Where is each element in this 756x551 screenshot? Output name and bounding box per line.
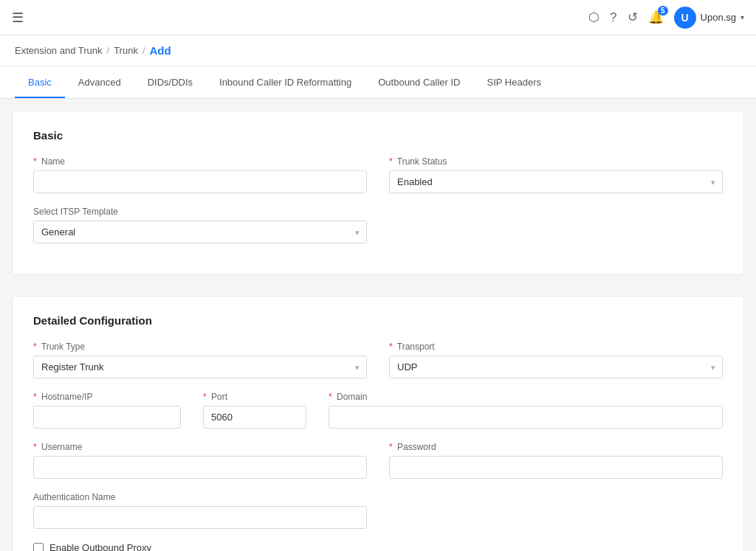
user-name: Upon.sg [701, 12, 736, 23]
breadcrumb-sep-1: / [107, 45, 110, 56]
domain-field-group: * Domain [329, 392, 723, 429]
auth-name-right-spacer [389, 492, 723, 529]
hostname-input[interactable] [33, 406, 181, 429]
hamburger-menu-icon[interactable]: ☰ [12, 10, 24, 26]
name-label: * Name [33, 156, 367, 167]
trunk-status-select[interactable]: Enabled Disabled [389, 170, 723, 193]
itsp-field-group: Select ITSP Template General Custom ▾ [33, 207, 367, 243]
auth-name-row: Authentication Name [33, 492, 723, 529]
breadcrumb-extension-trunk[interactable]: Extension and Trunk [15, 45, 103, 56]
breadcrumb-trunk[interactable]: Trunk [114, 45, 138, 56]
trunk-status-field-group: * Trunk Status Enabled Disabled ▾ [389, 156, 723, 193]
itsp-label: Select ITSP Template [33, 207, 367, 217]
itsp-row: Select ITSP Template General Custom ▾ [33, 207, 723, 243]
trunk-type-label: * Trunk Type [33, 342, 367, 352]
port-field-group: * Port [203, 392, 306, 429]
notification-badge: 5 [658, 6, 668, 15]
bell-wrapper: 🔔 5 [648, 10, 664, 25]
basic-section-title: Basic [33, 129, 723, 142]
password-label: * Password [389, 442, 723, 452]
auth-name-input[interactable] [33, 506, 367, 529]
breadcrumb-current: Add [150, 44, 171, 57]
itsp-placeholder-right [389, 207, 723, 243]
topnav-left: ☰ [12, 10, 24, 26]
port-label: * Port [203, 392, 306, 402]
tab-dids[interactable]: DIDs/DDIs [134, 66, 206, 98]
transport-select-wrapper: UDP TCP TLS ▾ [389, 356, 723, 378]
topnav: ☰ ⬡ ? ↺ 🔔 5 U Upon.sg ▾ [0, 0, 756, 35]
itsp-select-wrapper: General Custom ▾ [33, 221, 367, 243]
domain-label: * Domain [329, 392, 723, 402]
username-password-row: * Username * Password [33, 442, 723, 479]
trunk-type-select-wrapper: Register Trunk Peer Trunk ▾ [33, 356, 367, 378]
user-chevron-icon: ▾ [740, 13, 744, 21]
breadcrumb-sep-2: / [142, 45, 145, 56]
auth-name-field-group: Authentication Name [33, 492, 367, 529]
hostname-label: * Hostname/IP [33, 392, 181, 402]
monitor-icon[interactable]: ⬡ [588, 10, 599, 25]
enable-outbound-proxy-label: Enable Outbound Proxy [49, 542, 151, 551]
name-field-group: * Name [33, 156, 367, 193]
trunk-type-field-group: * Trunk Type Register Trunk Peer Trunk ▾ [33, 342, 367, 378]
username-input[interactable] [33, 456, 367, 479]
trunk-status-label: * Trunk Status [389, 156, 723, 167]
trunk-type-transport-row: * Trunk Type Register Trunk Peer Trunk ▾… [33, 342, 723, 378]
enable-outbound-proxy-row: Enable Outbound Proxy [33, 542, 723, 551]
tab-inbound-caller-id[interactable]: Inbound Caller ID Reformatting [206, 66, 365, 98]
trunk-status-required: * [389, 156, 393, 167]
domain-input[interactable] [329, 406, 723, 429]
trunk-type-select[interactable]: Register Trunk Peer Trunk [33, 356, 367, 378]
password-field-group: * Password [389, 442, 723, 479]
name-input[interactable] [33, 170, 367, 193]
topnav-right: ⬡ ? ↺ 🔔 5 U Upon.sg ▾ [588, 7, 744, 29]
username-label: * Username [33, 442, 367, 452]
user-menu[interactable]: U Upon.sg ▾ [674, 7, 744, 29]
detailed-section-card: Detailed Configuration * Trunk Type Regi… [12, 296, 744, 551]
breadcrumb: Extension and Trunk / Trunk / Add [0, 35, 756, 66]
question-icon[interactable]: ? [610, 10, 616, 25]
auth-name-label: Authentication Name [33, 492, 367, 502]
tabs-bar: Basic Advanced DIDs/DDIs Inbound Caller … [0, 66, 756, 99]
enable-outbound-proxy-checkbox[interactable] [33, 543, 44, 552]
avatar: U [674, 7, 696, 29]
detailed-section-title: Detailed Configuration [33, 314, 723, 327]
transport-field-group: * Transport UDP TCP TLS ▾ [389, 342, 723, 378]
name-required: * [33, 156, 37, 167]
basic-name-status-row: * Name * Trunk Status Enabled Disabled ▾ [33, 156, 723, 193]
itsp-select[interactable]: General Custom [33, 221, 367, 243]
tab-outbound-caller-id[interactable]: Outbound Caller ID [365, 66, 473, 98]
transport-label: * Transport [389, 342, 723, 352]
tab-sip-headers[interactable]: SIP Headers [474, 66, 554, 98]
hostname-field-group: * Hostname/IP [33, 392, 181, 429]
username-field-group: * Username [33, 442, 367, 479]
hostname-port-domain-row: * Hostname/IP * Port * Domain [33, 392, 723, 429]
basic-section-card: Basic * Name * Trunk Status Enabled [12, 111, 744, 275]
main-content: Basic * Name * Trunk Status Enabled [0, 111, 756, 551]
password-input[interactable] [389, 456, 723, 479]
transport-select[interactable]: UDP TCP TLS [389, 356, 723, 378]
refresh-icon[interactable]: ↺ [628, 10, 638, 25]
trunk-status-select-wrapper: Enabled Disabled ▾ [389, 170, 723, 193]
tab-advanced[interactable]: Advanced [65, 66, 134, 98]
port-input[interactable] [203, 406, 306, 429]
tab-basic[interactable]: Basic [15, 66, 65, 98]
